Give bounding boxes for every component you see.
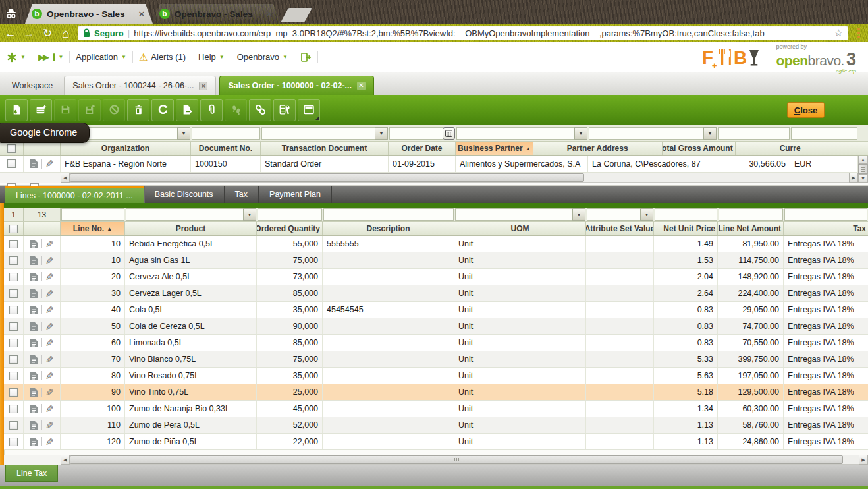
table-row[interactable]: ✎40Cola 0,5L35,00045454545Unit0.8329,050… — [4, 302, 868, 318]
table-row[interactable]: ✎30Cerveza Lager 0,5L85,000Unit2.64224,4… — [4, 285, 868, 302]
dropdown-icon[interactable]: ▼ — [572, 208, 585, 221]
link-button[interactable] — [249, 99, 271, 121]
column-header-line-no[interactable]: Line No.▲ — [61, 222, 125, 235]
scroll-thumb[interactable] — [858, 164, 868, 174]
scroll-track[interactable] — [70, 455, 859, 465]
row-checkbox[interactable] — [4, 368, 24, 384]
column-header-total-gross[interactable]: Total Gross Amount — [663, 142, 736, 155]
dropdown-icon[interactable]: ▼ — [640, 208, 653, 221]
edit-pencil-icon[interactable]: ✎ — [45, 159, 54, 169]
view-toggle-button[interactable] — [298, 99, 320, 121]
column-header-attribute-set-value[interactable]: Attribute Set Value — [586, 222, 654, 235]
edit-pencil-icon[interactable]: ✎ — [45, 322, 54, 331]
filter-uom[interactable]: ▼ — [454, 208, 586, 221]
browser-menu-icon[interactable] — [854, 28, 864, 38]
reload-icon[interactable]: ↻ — [41, 28, 54, 39]
column-header-transaction-document[interactable]: Transaction Document — [261, 142, 389, 155]
calendar-icon[interactable] — [443, 127, 455, 140]
filter-currency[interactable] — [790, 125, 858, 141]
save-button[interactable] — [54, 99, 76, 121]
table-row[interactable]: ✎90Vino Tinto 0,75L25,000Unit5.18129,500… — [4, 384, 868, 401]
browser-tab[interactable]: b Openbravo - Sales ✕ — [25, 4, 153, 24]
subtab-payment-plan[interactable]: Payment Plan — [259, 186, 332, 203]
row-checkbox[interactable] — [4, 236, 24, 252]
back-icon[interactable]: ← — [4, 28, 17, 39]
row-checkbox[interactable] — [4, 269, 24, 285]
column-header-partner-address[interactable]: Partner Address — [533, 142, 663, 155]
dropdown-icon[interactable]: ▼ — [703, 127, 717, 140]
edit-pencil-icon[interactable]: ✎ — [45, 355, 54, 364]
scroll-up-icon[interactable]: ▲ — [858, 156, 868, 164]
row-checkbox[interactable] — [4, 384, 24, 400]
scroll-right-icon[interactable]: ▶ — [849, 173, 858, 183]
filter-document-no[interactable] — [191, 125, 261, 141]
column-header-business-partner[interactable]: Business Partner▲ — [456, 142, 533, 155]
column-header-ordered-quantity[interactable]: Ordered Quantity — [257, 222, 323, 235]
menu-alerts[interactable]: ⚠ Alerts (1) — [139, 51, 186, 63]
column-header-line-net-amount[interactable]: Line Net Amount — [718, 222, 784, 235]
filter-partner-address[interactable]: ▼ — [588, 125, 717, 141]
open-record-icon[interactable] — [30, 272, 38, 282]
delete-button[interactable] — [127, 99, 149, 121]
edit-pencil-icon[interactable]: ✎ — [45, 437, 54, 447]
filter-transaction-document[interactable]: ▼ — [261, 125, 389, 141]
column-header-tax[interactable]: Tax — [784, 222, 868, 235]
filter-net-unit-price[interactable] — [654, 208, 718, 221]
edit-pencil-icon[interactable]: ✎ — [45, 388, 54, 397]
open-record-icon[interactable] — [30, 404, 38, 414]
tab-close-icon[interactable]: ✕ — [137, 9, 146, 19]
subtab-lines[interactable]: Lines - 1000000 - 02-02-2011 ... — [5, 186, 144, 203]
edit-pencil-icon[interactable]: ✎ — [45, 289, 54, 299]
row-checkbox[interactable] — [4, 335, 24, 351]
new-document-button[interactable] — [5, 99, 28, 121]
tab-close-icon[interactable]: ✕ — [265, 9, 274, 19]
open-record-icon[interactable] — [30, 355, 38, 364]
row-checkbox[interactable] — [0, 156, 24, 172]
scroll-thumb[interactable] — [70, 455, 843, 464]
forward-icon[interactable]: → — [22, 28, 36, 39]
tab-sales-order-1000244[interactable]: Sales Order - 1000244 - 26-06-... ✕ — [64, 76, 216, 95]
quick-launch-menu[interactable]: ▼ — [7, 52, 26, 63]
filter-business-partner[interactable]: ▼ — [456, 125, 588, 141]
dropdown-icon[interactable]: ▼ — [375, 127, 388, 140]
menu-application[interactable]: Application ▼ — [76, 52, 126, 62]
column-header-currency[interactable]: Curre — [736, 142, 803, 155]
subtab-basic-discounts[interactable]: Basic Discounts — [144, 186, 225, 203]
open-record-icon[interactable] — [30, 305, 38, 315]
subtab-tax[interactable]: Tax — [225, 186, 259, 203]
tab-sales-order-1000000[interactable]: Sales Order - 1000000 - 02-02-... ✕ — [219, 76, 374, 95]
open-record-icon[interactable] — [30, 371, 38, 381]
filter-attribute-set-value[interactable]: ▼ — [586, 208, 654, 221]
column-header-uom[interactable]: UOM — [454, 222, 586, 235]
tab-line-tax[interactable]: Line Tax — [5, 465, 58, 482]
close-button[interactable]: Close — [787, 102, 825, 118]
logout-button[interactable] — [300, 52, 312, 63]
dropdown-icon[interactable]: ▼ — [177, 127, 190, 140]
column-header-order-date[interactable]: Order Date — [389, 142, 456, 155]
scroll-left-icon[interactable]: ◀ — [61, 173, 70, 183]
scroll-down-icon[interactable]: ▼ — [858, 174, 868, 183]
table-row[interactable]: ✎70Vino Blanco 0,75L75,000Unit5.33399,75… — [4, 351, 868, 368]
edit-pencil-icon[interactable]: ✎ — [45, 371, 54, 381]
filter-order-date[interactable] — [389, 125, 456, 141]
filter-tax[interactable] — [784, 208, 868, 221]
open-record-icon[interactable] — [30, 289, 38, 299]
open-record-icon[interactable] — [30, 338, 38, 348]
row-checkbox[interactable] — [4, 252, 24, 268]
edit-pencil-icon[interactable]: ✎ — [45, 239, 54, 249]
menu-user-openbravo[interactable]: Openbravo ▼ — [237, 52, 288, 62]
filter-line-no[interactable] — [61, 208, 125, 221]
export-button[interactable] — [176, 99, 198, 121]
open-record-icon[interactable] — [30, 239, 38, 249]
table-row[interactable]: ✎50Cola de Cereza 0,5L90,000Unit0.8374,7… — [4, 318, 868, 335]
open-record-icon[interactable] — [30, 322, 38, 331]
browser-tab-active[interactable]: b Openbravo - Sales ✕ — [153, 4, 281, 24]
table-row[interactable]: ✎100Zumo de Naranja Bio 0,33L45,000Unit1… — [4, 401, 868, 417]
table-row[interactable]: ✎ F&B España - Región Norte 1000150 Stan… — [0, 156, 868, 173]
table-row[interactable]: ✎60Limonada 0,5L85,000Unit0.8370,550.00E… — [4, 335, 868, 351]
row-checkbox[interactable] — [4, 417, 24, 433]
filter-product[interactable]: ▼ — [125, 208, 257, 221]
table-row[interactable]: ✎120Zumo de Piña 0,5L22,000Unit1.1324,86… — [4, 434, 868, 450]
dropdown-icon[interactable]: ▼ — [574, 127, 587, 140]
open-record-icon[interactable] — [30, 256, 38, 266]
